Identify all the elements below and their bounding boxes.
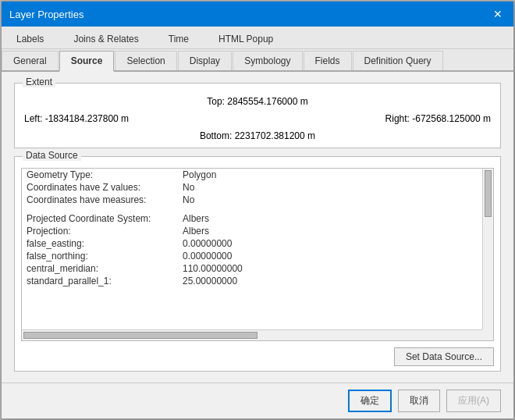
cancel-button[interactable]: 取消 [398,390,440,412]
layer-properties-dialog: Layer Properties ✕ Labels Joins & Relate… [1,1,514,419]
row-key: Coordinates have Z values: [22,181,178,194]
set-datasource-button[interactable]: Set Data Source... [394,347,494,366]
extent-grid: Top: 2845554.176000 m Left: -1834184.237… [24,96,491,141]
row-value: Polygon [178,169,493,181]
row-value: 0.00000000 [178,250,493,262]
row-value: No [178,194,493,206]
row-value: No [178,181,493,194]
extent-bottom-label: Bottom: [200,130,232,141]
tab-labels[interactable]: Labels [2,29,59,48]
table-row: false_northing:0.00000000 [22,250,493,262]
extent-bottom-value: 2231702.381200 m [235,130,315,141]
row-value: 0.00000000 [178,237,493,250]
extent-top-label: Top: [207,96,225,107]
data-source-section: Data Source Geometry Type:PolygonCoordin… [14,156,501,372]
row-value: 25.00000000 [178,275,493,287]
extent-top: Top: 2845554.176000 m [24,96,491,107]
footer: 确定 取消 应用(A) [2,383,513,418]
set-datasource-row: Set Data Source... [15,344,500,371]
table-row: false_easting:0.00000000 [22,237,493,250]
tab-definition-query[interactable]: Definition Query [353,51,443,70]
scrollbar-corner [482,329,493,340]
data-table: Geometry Type:PolygonCoordinates have Z … [22,169,493,287]
tab-joins-relates[interactable]: Joins & Relates [59,29,153,48]
table-row: Coordinates have measures:No [22,194,493,206]
tab-fields[interactable]: Fields [304,51,352,70]
tab-symbology[interactable]: Symbology [233,51,302,70]
tab-general[interactable]: General [2,51,59,70]
tab-display[interactable]: Display [178,51,232,70]
bottom-tab-row: General Source Selection Display Symbolo… [2,49,513,72]
apply-button[interactable]: 应用(A) [446,390,501,412]
table-row: Projection:Albers [22,225,493,237]
tab-html-popup[interactable]: HTML Popup [204,29,288,48]
row-key: Coordinates have measures: [22,194,178,206]
extent-top-value: 2845554.176000 m [227,96,307,107]
row-key: Geometry Type: [22,169,178,181]
data-source-inner: Geometry Type:PolygonCoordinates have Z … [15,163,500,371]
table-row: Projected Coordinate System:Albers [22,212,493,225]
extent-left: Left: -1834184.237800 m [24,113,250,124]
extent-right: Right: -672568.125000 m [265,113,491,124]
table-row: Geometry Type:Polygon [22,169,493,181]
table-row: Coordinates have Z values:No [22,181,493,194]
ok-button[interactable]: 确定 [348,390,392,412]
top-tab-row: Labels Joins & Relates Time HTML Popup [2,27,513,49]
tab-source[interactable]: Source [59,51,115,72]
tab-selection[interactable]: Selection [115,51,176,70]
row-value: 110.00000000 [178,262,493,275]
title-bar: Layer Properties ✕ [2,2,513,27]
close-button[interactable]: ✕ [490,6,506,22]
scrollbar-thumb-v[interactable] [485,170,492,217]
row-value: Albers [178,225,493,237]
main-content: Extent Top: 2845554.176000 m Left: -1834… [2,72,513,383]
tab-time[interactable]: Time [154,29,204,48]
data-table-wrapper[interactable]: Geometry Type:PolygonCoordinates have Z … [21,168,494,341]
table-row: central_meridian:110.00000000 [22,262,493,275]
row-key: false_northing: [22,250,178,262]
extent-bottom: Bottom: 2231702.381200 m [24,130,491,141]
table-row: standard_parallel_1:25.00000000 [22,275,493,287]
row-key: central_meridian: [22,262,178,275]
extent-label: Extent [23,77,55,87]
row-value: Albers [178,212,493,225]
scrollbar-thumb-h[interactable] [23,332,258,339]
horizontal-scrollbar[interactable] [22,329,482,340]
extent-section: Extent Top: 2845554.176000 m Left: -1834… [14,83,501,148]
vertical-scrollbar[interactable] [482,169,493,329]
row-key: false_easting: [22,237,178,250]
data-source-label: Data Source [23,150,81,161]
row-key: Projected Coordinate System: [22,212,178,225]
row-key: Projection: [22,225,178,237]
dialog-title: Layer Properties [9,9,83,20]
row-key: standard_parallel_1: [22,275,178,287]
